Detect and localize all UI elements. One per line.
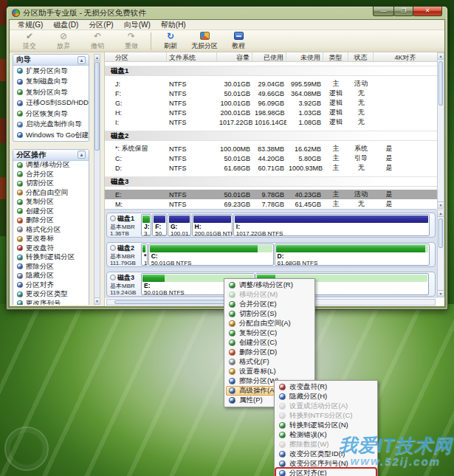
table-row[interactable]: J:NTFS30.01GB29.04GB995.59MB主活动: [105, 79, 437, 89]
context-menu-item-3[interactable]: 切割分区(S): [226, 309, 313, 319]
table-row[interactable]: F:NTFS50.01GB49.66GB364.08MB逻辑无: [105, 89, 437, 98]
sidebar-operation-item-7[interactable]: 格式化分区: [13, 225, 89, 235]
sidebar-operation-item-0[interactable]: 调整/移动分区: [13, 161, 89, 170]
context-menu-item-2[interactable]: 合并分区(E): [226, 300, 313, 309]
sidebar-operation-item-15[interactable]: 更改序列号: [13, 299, 89, 305]
submenu-item-6[interactable]: 擦除数据(W): [276, 440, 376, 449]
scrollbar-thumb[interactable]: [438, 61, 443, 106]
column-header-1[interactable]: 文件系统: [167, 52, 217, 61]
context-menu-item-7[interactable]: 删除分区(D): [226, 348, 313, 357]
sidebar-operation-item-1[interactable]: 合并分区: [13, 170, 89, 179]
wizard-panel-header[interactable]: 向导 ▲: [13, 55, 89, 66]
partition-block[interactable]: C:50.01GB NTFS: [148, 244, 274, 266]
table-row[interactable]: E:NTFS50.01GB9.78GB40.23GB主活动是: [105, 190, 437, 199]
context-menu-item-8[interactable]: 格式化(F): [226, 357, 313, 367]
toolbar-button-1[interactable]: ⊘放弃: [47, 31, 80, 52]
scroll-down-icon[interactable]: ▼: [438, 201, 444, 208]
sidebar-operation-item-6[interactable]: 删除分区: [13, 216, 89, 226]
menu-item-2[interactable]: 分区(P): [83, 19, 118, 31]
menu-item-0[interactable]: 常规(G): [13, 19, 48, 31]
submenu-item-4[interactable]: 转换到逻辑分区(N): [276, 421, 376, 430]
submenu-item-5[interactable]: 检测错误(K): [276, 430, 376, 440]
scroll-up-icon[interactable]: ▲: [438, 210, 444, 217]
partition-block[interactable]: D:61.68GB NTFS: [275, 244, 430, 266]
scrollbar-thumb[interactable]: [94, 62, 100, 151]
submenu-item-7[interactable]: 改变分区类型ID(I): [276, 449, 376, 459]
column-header-5[interactable]: 类型: [323, 52, 348, 61]
table-row[interactable]: H:NTFS200.01GB198.98GB1.03GB逻辑无: [105, 108, 437, 117]
sidebar-operation-item-9[interactable]: 更改盘符: [13, 244, 89, 253]
scroll-down-icon[interactable]: ▼: [438, 290, 444, 297]
submenu-item-3[interactable]: 转换到NTFS分区(C): [276, 411, 376, 421]
scroll-up-icon[interactable]: ▲: [438, 53, 444, 60]
table-row[interactable]: *: 系统保留NTFS100.00MB83.38MB16.62MB主系统是: [105, 144, 437, 154]
sidebar-wizard-item-5[interactable]: 启动光盘制作向导: [13, 120, 89, 131]
menu-item-3[interactable]: 向导(W): [119, 19, 156, 31]
scroll-down-icon[interactable]: ▼: [94, 297, 100, 304]
context-menu-item-9[interactable]: 设置卷标(L): [226, 367, 313, 376]
column-header-6[interactable]: 状态: [348, 52, 374, 61]
sidebar-wizard-item-1[interactable]: 复制磁盘向导: [13, 77, 89, 88]
scroll-up-icon[interactable]: ▲: [94, 55, 100, 61]
table-row[interactable]: G:NTFS100.01GB96.09GB3.92GB逻辑无: [105, 98, 437, 108]
partition-block[interactable]: F:50....: [152, 214, 167, 236]
toolbar-button-6[interactable]: 教程: [221, 31, 255, 52]
sidebar-operation-item-11[interactable]: 擦除分区: [13, 262, 89, 272]
sidebar-wizard-item-0[interactable]: 扩展分区向导: [13, 66, 89, 77]
sidebar-wizard-item-3[interactable]: 迁移OS到SSD/HDD: [13, 98, 89, 109]
sidebar-operation-item-5[interactable]: 创建分区: [13, 207, 89, 216]
table-row[interactable]: I:NTFS1017.22GB1016.14GB1.08GB逻辑无: [105, 117, 437, 127]
context-menu-item-5[interactable]: 复制分区(C): [226, 328, 313, 338]
submenu-item-0[interactable]: 改变盘符(R): [276, 382, 376, 392]
scrollbar-thumb[interactable]: [438, 218, 443, 248]
sidebar-wizard-item-6[interactable]: Windows To Go创建器: [13, 130, 89, 141]
column-header-4[interactable]: 未使用: [286, 52, 323, 61]
context-menu-item-4[interactable]: 分配自由空间(A): [226, 319, 313, 328]
sidebar-operation-item-4[interactable]: 复制分区: [13, 198, 89, 207]
sidebar-operation-item-10[interactable]: 转换到逻辑分区: [13, 253, 89, 263]
toolbar-button-3[interactable]: ↷重做: [114, 31, 148, 52]
toolbar-button-0[interactable]: ✔提交: [13, 31, 47, 52]
collapse-icon[interactable]: ▲: [78, 151, 86, 159]
sidebar-operation-item-3[interactable]: 分配自由空间: [13, 188, 89, 198]
toolbar-button-4[interactable]: ↻刷新: [154, 31, 188, 52]
sidebar-operation-item-12[interactable]: 隐藏分区: [13, 272, 89, 281]
column-header-0[interactable]: 分区: [105, 52, 167, 61]
submenu-item-2[interactable]: 设置成活动分区(A): [276, 401, 376, 411]
sidebar-operation-item-13[interactable]: 分区对齐: [13, 280, 89, 290]
table-scrollbar[interactable]: ▲ ▼: [437, 52, 444, 209]
menu-item-1[interactable]: 磁盘(D): [48, 19, 83, 31]
menu-item-4[interactable]: 帮助(H): [156, 19, 191, 31]
maximize-button[interactable]: ❐: [393, 7, 413, 16]
context-menu-item-6[interactable]: 创建分区(C): [226, 338, 313, 348]
submenu-item-1[interactable]: 隐藏分区(H): [276, 392, 376, 401]
partition-block[interactable]: H:200.01GB NTFS: [192, 214, 233, 236]
column-header-7[interactable]: 4K对齐: [374, 52, 437, 61]
sidebar-operation-item-14[interactable]: 更改分区类型: [13, 290, 89, 300]
close-button[interactable]: ✕: [413, 7, 442, 16]
sidebar-wizard-item-2[interactable]: 复制分区向导: [13, 87, 89, 98]
submenu-item-8[interactable]: 改变分区序列号(N): [276, 459, 376, 469]
sidebar-scrollbar[interactable]: ▲ ▼: [94, 54, 100, 305]
toolbar-button-2[interactable]: ↶撤销: [80, 31, 114, 52]
partition-block[interactable]: I:1017.22GB NTFS: [233, 214, 430, 236]
sidebar-operation-item-8[interactable]: 更改卷标: [13, 235, 89, 244]
partition-block[interactable]: *1: [141, 244, 148, 266]
table-row[interactable]: C:NTFS50.01GB44.20GB5.80GB主引导是: [105, 154, 437, 163]
operations-panel-header[interactable]: 分区操作 ▲: [13, 150, 89, 161]
disk-row-2[interactable]: 磁盘2基本MBR111.79GB*1C:50.01GB NTFSD:61.68G…: [106, 242, 436, 267]
collapse-icon[interactable]: ▲: [78, 56, 86, 64]
table-row[interactable]: D:NTFS61.68GB60.71GB1000.93MB主无是: [105, 163, 437, 173]
partition-block[interactable]: G:100.01...: [168, 214, 191, 236]
toolbar-button-5[interactable]: 无损分区: [188, 31, 221, 52]
table-row[interactable]: M:NTFS69.23GB7.78GB61.45GB主无是: [105, 199, 437, 209]
submenu-item-9[interactable]: 分区对齐(E): [276, 469, 376, 476]
partition-block[interactable]: J:3...: [141, 214, 151, 236]
disk-row-1[interactable]: 磁盘1基本MBR1.36TBJ:3...F:50....G:100.01...H…: [106, 213, 436, 238]
column-header-3[interactable]: 已使用: [252, 52, 286, 61]
minimize-button[interactable]: —: [373, 7, 394, 16]
context-menu-item-1[interactable]: 移动分区(M): [226, 290, 313, 300]
sidebar-wizard-item-4[interactable]: 分区恢复向导: [13, 108, 89, 120]
sidebar-operation-item-2[interactable]: 切割分区: [13, 179, 89, 189]
disk-panel-scrollbar[interactable]: ▲ ▼: [437, 210, 444, 297]
